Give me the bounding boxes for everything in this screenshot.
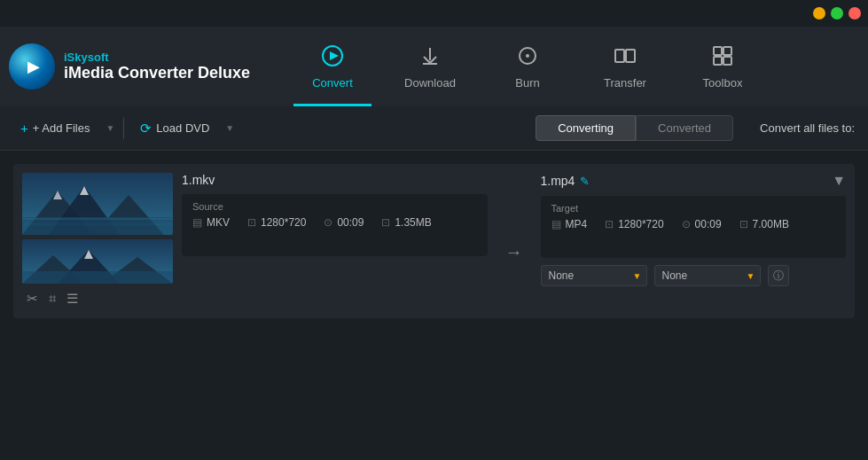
source-size: ⊡ 1.35MB	[381, 216, 431, 229]
load-dvd-dropdown[interactable]: ▼	[225, 123, 234, 133]
effect-row: None ▼ None ▼ ⓘ	[541, 265, 847, 286]
svg-marker-1	[330, 51, 339, 60]
source-info: 1.mkv Source ▤ MKV ⊡ 1280*720 ⊙ 00:09	[182, 173, 488, 309]
size-icon: ⊡	[381, 216, 390, 229]
target-info: 1.mp4 ✎ ▼ Target ▤ MP4 ⊡ 1280*720	[541, 173, 847, 309]
svg-rect-10	[723, 57, 731, 65]
thumbnail-top	[22, 173, 173, 235]
title-bar	[0, 0, 868, 27]
effect2-select[interactable]: None	[654, 265, 761, 286]
time-icon: ⊙	[324, 216, 332, 229]
tab-download-label: Download	[404, 76, 456, 90]
target-time-icon: ⊙	[682, 218, 691, 230]
tab-convert-label: Convert	[312, 76, 353, 90]
effect1-select[interactable]: None	[541, 265, 647, 286]
source-format: ▤ MKV	[192, 216, 230, 229]
add-icon: +	[20, 121, 28, 136]
tab-transfer[interactable]: Transfer	[576, 27, 674, 106]
transfer-icon	[614, 44, 637, 73]
target-size: ⊡ 7.00MB	[739, 218, 789, 230]
svg-rect-8	[723, 47, 731, 55]
separator-1	[123, 118, 124, 139]
content-area: ✂ ⌗ ☰ 1.mkv Source ▤ MKV ⊡ 1280*72	[0, 151, 868, 417]
convert-icon	[321, 44, 344, 73]
tab-toolbox-label: Toolbox	[703, 76, 743, 90]
target-resolution: ⊡ 1280*720	[605, 218, 663, 230]
svg-point-4	[526, 54, 529, 58]
resolution-icon: ⊡	[247, 216, 256, 229]
crop-button[interactable]: ⌗	[49, 291, 56, 307]
add-files-button[interactable]: + + Add Files	[13, 116, 97, 140]
toolbox-icon	[711, 44, 734, 73]
download-icon	[418, 44, 442, 73]
toolbar: + + Add Files ▼ ⟳ Load DVD ▼ Converting …	[0, 106, 868, 151]
tab-switcher: Converting Converted	[536, 115, 733, 141]
target-label: Target	[551, 203, 836, 214]
effects-button[interactable]: ☰	[66, 291, 78, 307]
effect2-wrapper: None ▼	[654, 265, 761, 286]
target-size-icon: ⊡	[739, 218, 748, 230]
minimize-button[interactable]	[813, 7, 825, 19]
svg-rect-5	[615, 50, 624, 62]
target-details: ▤ MP4 ⊡ 1280*720 ⊙ 00:09 ⊡ 7.00MB	[551, 218, 836, 230]
close-button[interactable]	[848, 7, 861, 19]
load-dvd-button[interactable]: ⟳ Load DVD	[133, 116, 216, 141]
format-icon: ▤	[192, 216, 202, 229]
burn-icon	[516, 44, 539, 73]
effect1-wrapper: None ▼	[541, 265, 647, 286]
add-files-label: + Add Files	[33, 121, 90, 135]
source-label: Source	[192, 201, 477, 212]
tab-transfer-label: Transfer	[604, 76, 646, 90]
target-duration: ⊙ 00:09	[682, 218, 722, 230]
add-files-dropdown[interactable]: ▼	[106, 123, 114, 133]
svg-rect-9	[714, 57, 722, 65]
nav-tabs: Convert Download Burn	[284, 27, 859, 106]
svg-rect-6	[626, 50, 635, 62]
logo-icon	[9, 43, 55, 90]
svg-rect-25	[22, 271, 173, 284]
source-details: ▤ MKV ⊡ 1280*720 ⊙ 00:09 ⊡ 1.35MB	[192, 216, 477, 229]
target-format-icon: ▤	[551, 218, 561, 230]
header: iSkysoft iMedia Converter Deluxe Convert…	[0, 27, 868, 106]
tab-burn[interactable]: Burn	[479, 27, 576, 106]
logo-area: iSkysoft iMedia Converter Deluxe	[9, 43, 284, 90]
file-row: ✂ ⌗ ☰ 1.mkv Source ▤ MKV ⊡ 1280*72	[13, 164, 855, 318]
load-dvd-label: Load DVD	[156, 121, 209, 135]
svg-rect-7	[714, 47, 722, 55]
target-filename: 1.mp4 ✎	[541, 174, 590, 188]
source-resolution: ⊡ 1280*720	[247, 216, 306, 229]
tab-convert[interactable]: Convert	[284, 27, 381, 106]
app-title: iMedia Converter Deluxe	[64, 64, 250, 82]
thumbnail-area: ✂ ⌗ ☰	[22, 173, 173, 309]
convert-arrow: →	[497, 195, 532, 309]
maximize-button[interactable]	[831, 7, 843, 19]
source-filename: 1.mkv	[182, 173, 488, 187]
source-info-box: Source ▤ MKV ⊡ 1280*720 ⊙ 00:09	[182, 194, 488, 256]
scissors-button[interactable]: ✂	[27, 291, 38, 307]
brand-name: iSkysoft	[64, 51, 250, 64]
edit-icon[interactable]: ✎	[580, 175, 590, 188]
dvd-icon: ⟳	[140, 121, 152, 136]
expand-target-button[interactable]: ▼	[832, 173, 846, 189]
converting-tab-button[interactable]: Converting	[536, 115, 636, 141]
target-header: 1.mp4 ✎ ▼	[541, 173, 847, 189]
svg-rect-17	[22, 217, 173, 235]
target-format: ▤ MP4	[551, 218, 588, 230]
convert-all-label: Convert all files to:	[760, 121, 855, 135]
target-info-box: Target ▤ MP4 ⊡ 1280*720 ⊙ 00:09	[541, 196, 847, 258]
source-duration: ⊙ 00:09	[324, 216, 364, 229]
info-button[interactable]: ⓘ	[768, 265, 789, 286]
target-resolution-icon: ⊡	[605, 218, 614, 230]
tab-burn-label: Burn	[515, 76, 539, 90]
tab-toolbox[interactable]: Toolbox	[674, 27, 771, 106]
thumbnail-bottom	[22, 239, 173, 284]
thumb-controls: ✂ ⌗ ☰	[22, 288, 173, 309]
tab-download[interactable]: Download	[381, 27, 479, 106]
converted-tab-button[interactable]: Converted	[636, 115, 733, 141]
